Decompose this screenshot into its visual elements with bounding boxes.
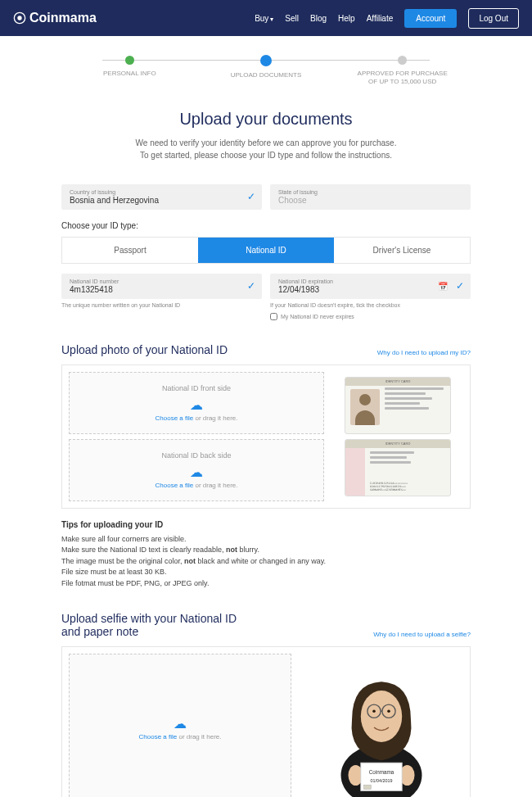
tips-id: Tips for uploading your ID Make sure all… (61, 520, 471, 590)
id-preview: IDENTITY CARD IDENTITY CARD I<BIH4M13254… (332, 372, 463, 501)
cloud-upload-icon: ☁ (81, 716, 279, 731)
id-card-front: IDENTITY CARD (345, 377, 451, 434)
cloud-upload-icon: ☁ (81, 464, 312, 480)
stepper: PERSONAL INFO UPLOAD DOCUMENTS APPROVED … (61, 56, 471, 87)
upload-selfie-title: Upload selfie with your National ID and … (61, 612, 258, 638)
id-type-tabs: Passport National ID Driver's License (61, 237, 471, 264)
svg-point-1 (17, 16, 21, 20)
upload-selfie-block: ☁ Choose a file or drag it here. Coinmam… (61, 646, 471, 797)
never-expires-input[interactable] (270, 313, 277, 320)
svg-rect-15 (363, 785, 371, 789)
dropzone-selfie[interactable]: ☁ Choose a file or drag it here. (69, 654, 291, 797)
why-upload-selfie-link[interactable]: Why do I need to upload a selfie? (373, 631, 471, 638)
nav-help[interactable]: Help (338, 14, 355, 23)
step-dot-pending (398, 56, 407, 65)
step-approved: APPROVED FOR PURCHASE OF UP TO 15,000 US… (334, 56, 471, 87)
nav-sell[interactable]: Sell (285, 14, 299, 23)
never-expires-checkbox[interactable]: My National ID never expires (270, 313, 471, 320)
check-icon: ✓ (456, 280, 464, 292)
id-exp-hint: If your National ID doesn't expire, tick… (270, 302, 471, 308)
step-personal-info: PERSONAL INFO (61, 56, 198, 78)
check-icon: ✓ (247, 191, 255, 202)
step-dot-done (125, 56, 134, 65)
step-upload-documents: UPLOAD DOCUMENTS (198, 56, 335, 79)
logout-button[interactable]: Log Out (468, 8, 519, 29)
state-field[interactable]: State of issuing Choose (270, 184, 471, 210)
brand-text: Coinmama (29, 11, 97, 25)
id-number-hint: The unique number written on your Nation… (61, 302, 262, 308)
check-icon: ✓ (247, 280, 255, 292)
calendar-icon: 📅 (438, 282, 448, 291)
header: Coinmama Buy▾ Sell Blog Help Affiliate A… (0, 0, 532, 36)
dropzone-front[interactable]: National ID front side ☁ Choose a file o… (69, 372, 324, 434)
content: Upload your documents We need to verify … (61, 110, 471, 797)
logo-icon (13, 11, 26, 25)
selfie-preview: Coinmama 01/04/2019 (300, 654, 463, 797)
choose-id-label: Choose your ID type: (61, 221, 471, 230)
upload-id-title: Upload photo of your National ID (61, 343, 228, 356)
tab-passport[interactable]: Passport (62, 238, 198, 263)
id-expiration-field[interactable]: National ID expiration 12/04/1983 📅 ✓ (270, 274, 471, 299)
nav-buy[interactable]: Buy▾ (255, 14, 273, 23)
svg-point-8 (372, 710, 376, 713)
country-field[interactable]: Country of issuing Bosnia and Herzegovin… (61, 184, 262, 210)
nav-blog[interactable]: Blog (310, 14, 327, 23)
step-dot-active (260, 55, 272, 66)
id-card-back: IDENTITY CARD I<BIH4M1325418<<<<<<<<8304… (345, 439, 451, 496)
page-title: Upload your documents (61, 110, 471, 129)
svg-text:01/04/2019: 01/04/2019 (371, 778, 393, 783)
dropzone-back[interactable]: National ID back side ☁ Choose a file or… (69, 439, 324, 501)
cloud-upload-icon: ☁ (81, 397, 312, 413)
chevron-down-icon: ▾ (270, 16, 273, 23)
svg-point-9 (387, 710, 390, 713)
svg-point-4 (361, 691, 402, 742)
tab-drivers-license[interactable]: Driver's License (334, 238, 470, 263)
account-button[interactable]: Account (404, 9, 457, 28)
upload-id-block: National ID front side ☁ Choose a file o… (61, 365, 471, 509)
nav-affiliate[interactable]: Affiliate (367, 14, 394, 23)
page-subtitle: We need to verify your identity before w… (61, 137, 471, 161)
nav: Buy▾ Sell Blog Help Affiliate Account Lo… (255, 8, 519, 29)
tab-national-id[interactable]: National ID (198, 238, 334, 263)
why-upload-id-link[interactable]: Why do I need to upload my ID? (377, 349, 471, 356)
svg-text:Coinmama: Coinmama (369, 769, 394, 775)
id-number-field[interactable]: National ID number 4m1325418 ✓ (61, 274, 262, 299)
logo[interactable]: Coinmama (13, 11, 97, 25)
